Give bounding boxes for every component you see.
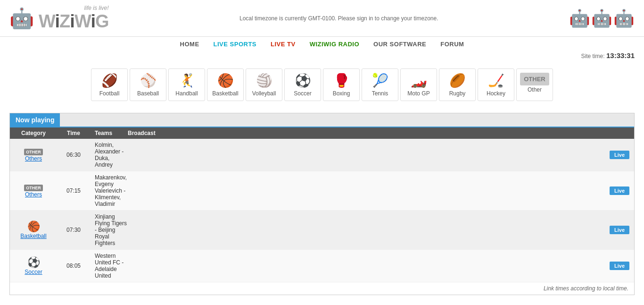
row4-cat-link[interactable]: Soccer: [25, 269, 42, 275]
robot-3: 🤖: [613, 8, 635, 28]
sport-moto-gp[interactable]: 🏎️ Moto GP: [400, 68, 437, 101]
boxing-icon: 🥊: [333, 73, 350, 88]
row4-sport-icon: ⚽: [27, 256, 40, 268]
row1-other-badge: OTHER: [24, 149, 43, 155]
row1-teams: Kolmin, Alexander - Duka, Andrey: [95, 142, 128, 168]
col-header-live: [573, 130, 629, 136]
row1-category: OTHER Others: [15, 148, 52, 162]
row3-live-button[interactable]: Live: [610, 226, 629, 234]
row2-live: Live: [573, 186, 629, 195]
row4-category: ⚽ Soccer: [15, 256, 52, 275]
nav-live-tv[interactable]: LIVE TV: [271, 41, 296, 48]
nav-forum[interactable]: FORUM: [440, 41, 464, 48]
baseball-label: Baseball: [137, 90, 159, 97]
sport-handball[interactable]: 🤾 Handball: [168, 68, 205, 101]
volleyball-label: Volleyball: [252, 90, 276, 97]
sport-boxing[interactable]: 🥊 Boxing: [323, 68, 360, 101]
robot-1: 🤖: [569, 8, 590, 28]
row1-time: 06:30: [52, 152, 95, 158]
row2-other-badge: OTHER: [24, 185, 43, 191]
sport-football[interactable]: 🏈 Football: [91, 68, 128, 101]
sport-other[interactable]: OTHER Other: [516, 68, 553, 101]
row2-category: OTHER Others: [15, 184, 52, 198]
sport-soccer[interactable]: ⚽ Soccer: [284, 68, 321, 101]
now-playing-tab-area: Now playing: [10, 113, 634, 127]
sport-rugby[interactable]: 🏉 Rugby: [439, 68, 476, 101]
sport-baseball[interactable]: ⚾ Baseball: [130, 68, 166, 101]
row3-cat-link[interactable]: Basketball: [20, 233, 46, 239]
logo-area: 🤖 life is live! WiZiWiG: [9, 5, 109, 32]
table-row: ⚽ Soccer 08:05 Western United FC - Adela…: [10, 250, 634, 282]
nav-live-sports[interactable]: LIVE SPORTS: [214, 41, 256, 48]
col-header-teams: Teams: [95, 130, 128, 136]
basketball-icon: 🏀: [217, 73, 234, 88]
rugby-label: Rugby: [449, 90, 466, 97]
row2-live-button[interactable]: Live: [610, 186, 629, 195]
sports-grid: 🏈 Football ⚾ Baseball 🤾 Handball 🏀 Baske…: [0, 61, 644, 108]
row2-time: 07:15: [52, 187, 95, 194]
tennis-icon: 🎾: [372, 73, 388, 88]
row4-live: Live: [573, 262, 629, 270]
now-playing-section: Now playing Category Time Teams Broadcas…: [9, 113, 635, 295]
baseball-icon: ⚾: [140, 73, 157, 88]
handball-label: Handball: [175, 90, 198, 97]
basketball-label: Basketball: [212, 90, 238, 97]
footer-note: Link times according to local time.: [10, 282, 634, 295]
table-row: OTHER Others 06:30 Kolmin, Alexander - D…: [10, 139, 634, 171]
hockey-icon: 🏒: [488, 73, 504, 88]
now-playing-tab[interactable]: Now playing: [10, 113, 60, 127]
tennis-label: Tennis: [372, 90, 388, 97]
motogp-icon: 🏎️: [411, 73, 427, 88]
other-icon: OTHER: [520, 73, 549, 85]
sport-hockey[interactable]: 🏒 Hockey: [478, 68, 514, 101]
hockey-label: Hockey: [487, 90, 505, 97]
row3-category: 🏀 Basketball: [15, 220, 52, 239]
table-row: 🏀 Basketball 07:30 Xinjiang Flying Tiger…: [10, 211, 634, 250]
football-label: Football: [99, 90, 120, 97]
soccer-label: Soccer: [294, 90, 311, 97]
handball-icon: 🤾: [179, 73, 195, 88]
col-header-broadcast: Broadcast: [128, 130, 573, 136]
mascot-robot-left: 🤖: [9, 8, 34, 28]
site-time: Site time: 13:33:31: [0, 51, 644, 61]
row4-live-button[interactable]: Live: [610, 262, 629, 270]
row1-live: Live: [573, 151, 629, 159]
motogp-label: Moto GP: [407, 90, 429, 97]
nav-row: HOME LIVE SPORTS LIVE TV WIZIWIG RADIO O…: [0, 37, 644, 51]
sport-tennis[interactable]: 🎾 Tennis: [362, 68, 398, 101]
robot-2: 🤖: [591, 8, 612, 28]
timezone-message: Local timezone is currently GMT-0100. Pl…: [109, 15, 569, 22]
row3-live: Live: [573, 226, 629, 234]
header: 🤖 life is live! WiZiWiG Local timezone i…: [0, 0, 644, 37]
row1-live-button[interactable]: Live: [610, 151, 629, 159]
other-label: Other: [528, 86, 542, 93]
volleyball-icon: 🏐: [256, 73, 272, 88]
col-header-category: Category: [15, 130, 52, 136]
sport-volleyball[interactable]: 🏐 Volleyball: [246, 68, 282, 101]
logo-text: life is live! WiZiWiG: [39, 5, 109, 32]
table-row: OTHER Others 07:15 Makarenkov, Evgeny Va…: [10, 171, 634, 211]
boxing-label: Boxing: [333, 90, 350, 97]
nav-container: HOME LIVE SPORTS LIVE TV WIZIWIG RADIO O…: [0, 37, 644, 61]
nav-software[interactable]: OUR SOFTWARE: [373, 41, 426, 48]
row1-cat-link[interactable]: Others: [25, 155, 42, 162]
row3-teams: Xinjiang Flying Tigers - Beijing Royal F…: [95, 213, 128, 246]
nav-home[interactable]: HOME: [180, 41, 199, 48]
football-icon: 🏈: [101, 73, 118, 88]
rugby-icon: 🏉: [449, 73, 466, 88]
row4-teams: Western United FC - Adelaide United: [95, 253, 128, 279]
table-header: Category Time Teams Broadcast: [10, 127, 634, 139]
row3-time: 07:30: [52, 227, 95, 233]
robots-area: 🤖 🤖 🤖: [569, 8, 635, 28]
soccer-icon: ⚽: [295, 73, 311, 88]
row4-time: 08:05: [52, 263, 95, 269]
logo-tagline: life is live!: [39, 5, 109, 11]
row2-teams: Makarenkov, Evgeny Valerievich - Kliment…: [95, 174, 128, 207]
col-header-time: Time: [52, 130, 95, 136]
row3-sport-icon: 🏀: [27, 220, 40, 232]
nav-radio[interactable]: WIZIWIG RADIO: [310, 41, 359, 48]
row2-cat-link[interactable]: Others: [25, 191, 42, 198]
sport-basketball[interactable]: 🏀 Basketball: [207, 68, 244, 101]
wiziwig-logo: WiZiWiG: [39, 11, 109, 32]
